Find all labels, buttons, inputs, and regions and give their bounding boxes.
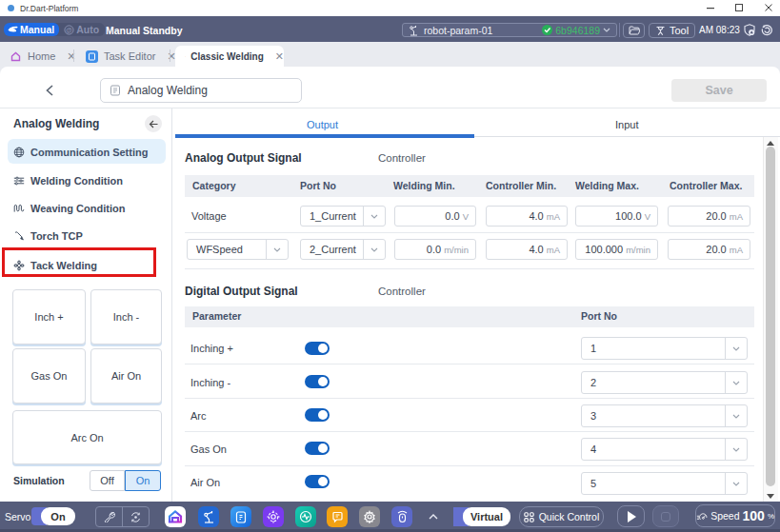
svg-text:@: @ — [66, 27, 72, 33]
